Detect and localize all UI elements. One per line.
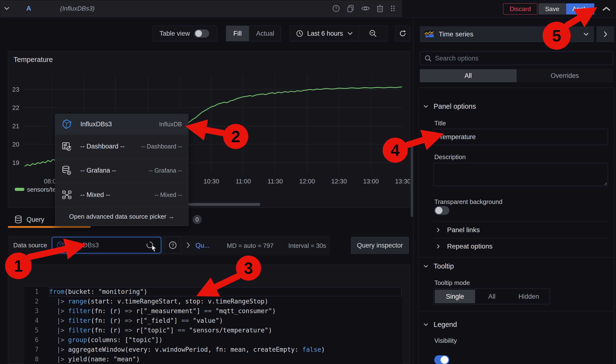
code-line[interactable]: 1from(bucket: "monitoring") [24, 287, 402, 297]
section-border [419, 311, 614, 311]
discard-button[interactable]: Discard [503, 3, 537, 14]
popup-item-grafana[interactable]: -- Grafana -- -- Grafana -- [55, 159, 188, 183]
popup-item-dashboard[interactable]: -- Dashboard -- -- Dashboard -- [55, 134, 188, 159]
divider [434, 221, 608, 221]
main-vertical-scrollbar[interactable] [411, 142, 413, 217]
datasource-help-button[interactable]: ? [165, 237, 181, 253]
code-line[interactable]: 3 |> filter(fn: (r) => r["_measurement"]… [24, 306, 402, 316]
tooltip-mode-hidden[interactable]: Hidden [509, 290, 549, 303]
drag-handle-icon[interactable] [390, 4, 396, 13]
fill-option[interactable]: Fill [226, 26, 249, 41]
x-axis-tick: 11:00 [236, 178, 251, 185]
title-label: Title [434, 119, 446, 127]
text-caret [66, 241, 67, 249]
code-line[interactable]: 4 |> filter(fn: (r) => r["_field"] == "v… [24, 316, 402, 325]
section-chevron-down-icon [424, 265, 428, 268]
query-ref-datasource: (InfluxDBs3) [60, 5, 95, 12]
popup-item-name: -- Mixed -- [80, 191, 110, 199]
legend-header[interactable]: Legend [424, 321, 457, 329]
table-view-label: Table view [160, 30, 190, 37]
code-line[interactable]: 7 |> aggregateWindow(every: v.windowPeri… [24, 345, 402, 354]
section-chevron-down-icon [424, 323, 428, 326]
legend-visibility-toggle[interactable] [434, 355, 449, 364]
duplicate-query-icon[interactable] [346, 4, 355, 13]
open-advanced-picker-row[interactable]: Open advanced data source picker → [55, 207, 188, 226]
hide-query-eye-icon[interactable] [361, 4, 370, 13]
popup-item-name: InfluxDBs3 [80, 120, 112, 128]
code-line[interactable]: 5 |> filter(fn: (r) => r["topic"] == "se… [24, 325, 402, 335]
panel-links-section[interactable]: Panel links [437, 226, 480, 234]
tab-overrides[interactable]: Overrides [517, 69, 613, 82]
datasource-input-value: InfluxDBs3 [67, 242, 99, 249]
x-axis-tick: 12:30 [331, 178, 347, 185]
tooltip-mode-single[interactable]: Single [435, 290, 475, 303]
line-number: 2 [24, 298, 39, 305]
x-axis-tick: 10:30 [203, 178, 219, 185]
database-icon [14, 215, 22, 224]
open-viz-list-button[interactable] [596, 26, 614, 42]
viz-picker-label: Time series [439, 30, 473, 38]
tooltip-mode-segmented: Single All Hidden [434, 288, 550, 304]
panel-horizontal-scrollbar[interactable] [186, 203, 260, 206]
pane-splitter[interactable] [413, 18, 413, 364]
tab-all[interactable]: All [420, 69, 517, 82]
query-help-icon[interactable]: ? [332, 4, 340, 13]
query-options-chevron-icon[interactable] [186, 242, 190, 248]
transparent-background-toggle[interactable] [434, 206, 449, 215]
collapse-query-chevron-icon[interactable] [4, 7, 9, 10]
popup-item-type: -- Grafana -- [149, 167, 182, 174]
query-tab[interactable]: Query [14, 213, 44, 226]
collapse-pane-chevron-up-icon[interactable] [601, 6, 611, 12]
flux-query-editor[interactable]: 1from(bucket: "monitoring")2 |> range(st… [24, 287, 402, 364]
dashboard-datasource-icon [62, 141, 72, 152]
tooltip-header[interactable]: Tooltip [424, 262, 454, 270]
search-options-input[interactable]: Search options [420, 52, 613, 65]
fill-actual-segmented: Fill Actual [226, 26, 281, 41]
viz-picker-button[interactable]: Time series [420, 26, 594, 42]
visibility-label: Visibility [434, 337, 457, 344]
panel-links-label: Panel links [447, 226, 480, 234]
resize-handle-icon[interactable] [604, 182, 607, 185]
apply-button[interactable]: Apply [566, 3, 594, 14]
svg-text:?: ? [172, 243, 174, 248]
section-chevron-right-icon [437, 228, 440, 232]
query-inspector-button[interactable]: Query inspector [351, 237, 409, 254]
influxdb-logo-icon [56, 241, 64, 249]
divider [434, 238, 608, 238]
code-line[interactable]: 2 |> range(start: v.timeRangeStart, stop… [24, 297, 402, 306]
x-axis-tick: 13:30 [395, 178, 410, 185]
delete-query-trash-icon[interactable] [376, 4, 384, 13]
table-view-toggle[interactable] [194, 29, 209, 38]
line-number: 7 [24, 346, 39, 353]
popup-item-type: -- Mixed -- [154, 191, 182, 198]
code-line[interactable]: 8 |> yield(name: "mean") [24, 354, 402, 364]
datasource-picker-input[interactable]: InfluxDBs3 [52, 237, 161, 253]
legend-color-marker [15, 188, 24, 191]
max-data-points-summary: MD = auto = 797 [227, 242, 274, 249]
refresh-button[interactable] [395, 26, 410, 41]
tooltip-mode-all[interactable]: All [475, 290, 509, 303]
description-textarea[interactable] [434, 163, 608, 186]
table-view-group: Table view [152, 26, 217, 41]
query-options-link[interactable]: Qu... [195, 242, 210, 249]
popup-item-mixed[interactable]: -- Mixed -- -- Mixed -- [55, 183, 188, 207]
popup-item-influxdb[interactable]: InfluxDBs3 InfluxDB [55, 114, 188, 134]
repeat-options-section[interactable]: Repeat options [437, 243, 493, 250]
grafana-edit-panel-screen: Home › Dashboards › Environment › Edit p… [0, 0, 616, 364]
search-icon [424, 55, 432, 62]
code-line[interactable]: 6 |> group(columns: ["topic"]) [24, 335, 402, 345]
time-range-label[interactable]: Last 6 hours [307, 30, 343, 37]
zoom-out-icon[interactable] [369, 29, 377, 38]
refresh-icon [399, 30, 407, 37]
save-button[interactable]: Save [539, 3, 566, 14]
time-series-viz-icon [424, 31, 434, 38]
query-ref-header[interactable]: A (InfluxDBs3) ? [0, 0, 402, 17]
actual-option[interactable]: Actual [249, 26, 282, 41]
datasource-label: Data source [13, 235, 47, 255]
influxdb-logo-icon [62, 119, 72, 130]
time-range-chevron-down-icon[interactable] [347, 32, 353, 35]
panel-title-input[interactable]: Temperature [434, 129, 608, 145]
panel-options-header[interactable]: Panel options [424, 103, 476, 110]
section-chevron-right-icon [437, 244, 440, 249]
clock-icon [296, 30, 303, 37]
